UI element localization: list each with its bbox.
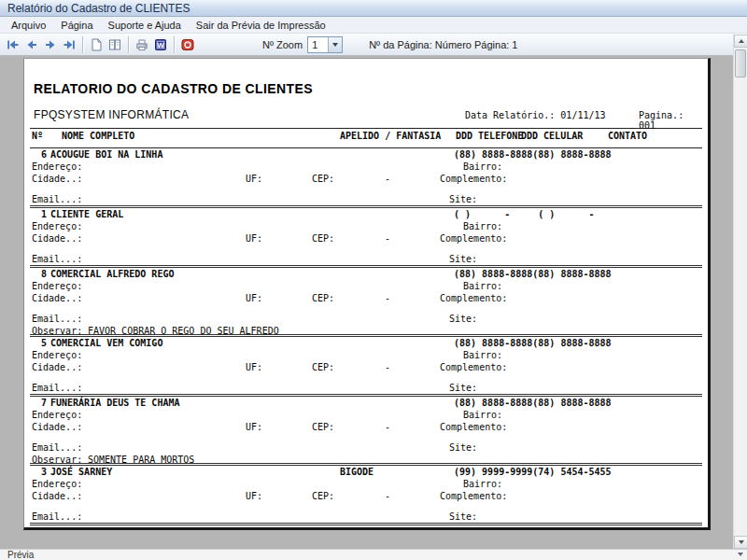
record-phone: (99) 9999-9999(99) 9999-9999: [454, 526, 612, 530]
record-address-row: Endereço: Bairro:: [30, 478, 702, 490]
single-page-icon: [89, 37, 104, 52]
zoom-dropdown-button[interactable]: [328, 37, 342, 52]
record-address-row: Endereço: Bairro:: [30, 409, 702, 421]
cidade-label: Cidade..:: [32, 362, 82, 372]
endereco-label: Endereço:: [32, 350, 82, 360]
triangle-up-icon: [739, 39, 744, 43]
last-page-icon: [62, 37, 77, 52]
email-label: Email...:: [32, 511, 82, 522]
email-label: Email...:: [32, 442, 82, 453]
zoom-dropdown[interactable]: 1: [307, 36, 343, 53]
first-page-button[interactable]: [4, 35, 22, 54]
report-content: RELATORIO DO CADASTRO DE CLIENTES FPQSYS…: [24, 81, 708, 530]
endereco-label: Endereço:: [32, 410, 82, 420]
client-record: 1 CLIENTE GERAL ( ) - ( ) - Endereço: Ba…: [30, 208, 702, 268]
site-label: Site:: [449, 442, 477, 453]
word-icon: W: [153, 37, 168, 52]
menu-bar: Arquivo Página Suporte e Ajuda Sair da P…: [0, 17, 747, 34]
complemento-label: Complemento:: [440, 491, 507, 501]
site-label: Site:: [449, 383, 477, 393]
complemento-label: Complemento:: [440, 422, 507, 432]
two-page-icon: [107, 37, 122, 52]
endereco-label: Endereço:: [32, 221, 82, 231]
record-city-row: Cidade..: UF: CEP: - Complemento:: [30, 361, 702, 373]
client-record: 6 ACOUGUE BOI NA LINHA (88) 8888-8888(88…: [30, 148, 702, 208]
record-name-row: 3 JOSÉ SARNEY BIGODE (99) 9999-9999(74) …: [30, 466, 702, 478]
report-date: Data Relatório.: 01/11/13: [465, 110, 606, 120]
zoom-value: 1: [308, 39, 328, 50]
cep-label: CEP:: [312, 174, 334, 184]
column-header: Nº: [32, 131, 43, 141]
previous-page-icon: [24, 37, 39, 52]
cep-dash: -: [385, 293, 390, 303]
record-email-row: Email...: Site:: [30, 382, 702, 394]
record-name-row: 10 NOME PARA TESTE SEU APELIDO (99) 9999…: [30, 525, 702, 530]
uf-label: UF:: [246, 362, 262, 372]
export-word-button[interactable]: W: [151, 35, 170, 54]
endereco-label: Endereço:: [32, 161, 82, 172]
site-label: Site:: [449, 194, 477, 204]
status-label: Prévia: [7, 550, 34, 560]
email-label: Email...:: [32, 194, 82, 204]
menu-item[interactable]: Sair da Prévia de Impressão: [189, 18, 333, 33]
vertical-scrollbar[interactable]: [733, 35, 747, 549]
print-button[interactable]: [133, 35, 151, 54]
endereco-label: Endereço:: [32, 281, 82, 291]
record-spacer: [30, 502, 702, 511]
cep-dash: -: [385, 422, 390, 432]
cep-dash: -: [385, 362, 390, 372]
record-name: FUNERÁRIA DEUS TE CHAMA: [50, 398, 179, 408]
menu-item[interactable]: Página: [53, 18, 100, 33]
record-number: 1: [30, 209, 47, 219]
menu-item[interactable]: Suporte e Ajuda: [101, 18, 189, 33]
record-number: 3: [30, 467, 47, 477]
endereco-label: Endereço:: [32, 479, 82, 489]
record-name: COMERCIAL VEM COMIGO: [50, 338, 162, 348]
two-page-view-button[interactable]: [106, 35, 124, 54]
menu-item[interactable]: Arquivo: [4, 18, 53, 33]
record-name: NOME PARA TESTE: [50, 526, 134, 530]
complemento-label: Complemento:: [440, 293, 507, 303]
scrollbar-thumb[interactable]: [735, 49, 746, 77]
report-subheader: FPQSYSTEM INFORMÁTICA Data Relatório.: 0…: [30, 107, 702, 122]
record-name-row: 5 COMERCIAL VEM COMIGO (88) 8888-8888(88…: [30, 337, 702, 349]
cep-dash: -: [385, 233, 390, 244]
report-column-header: NºNOME COMPLETOAPELIDO / FANTASIADDD TEL…: [30, 129, 702, 142]
scroll-down-button[interactable]: [734, 536, 747, 549]
record-city-row: Cidade..: UF: CEP: - Complemento:: [30, 292, 702, 304]
record-email-row: Email...: Site:: [30, 253, 702, 265]
next-page-button[interactable]: [41, 35, 60, 54]
record-number: 6: [30, 149, 47, 160]
bairro-label: Bairro:: [463, 410, 502, 420]
last-page-button[interactable]: [60, 35, 78, 54]
record-name-row: 6 ACOUGUE BOI NA LINHA (88) 8888-8888(88…: [30, 148, 702, 161]
uf-label: UF:: [246, 422, 262, 432]
cidade-label: Cidade..:: [32, 422, 82, 432]
record-name-row: 7 FUNERÁRIA DEUS TE CHAMA (88) 8888-8888…: [30, 397, 702, 409]
record-number: 5: [30, 338, 47, 348]
bairro-label: Bairro:: [463, 221, 502, 231]
observar-label: Observar:: [32, 455, 82, 465]
email-label: Email...:: [32, 314, 82, 324]
previous-page-button[interactable]: [22, 35, 41, 54]
toolbar-separator: [174, 36, 175, 53]
status-dropdown-icon[interactable]: [738, 553, 743, 556]
cidade-label: Cidade..:: [32, 233, 82, 244]
complemento-label: Complemento:: [440, 362, 507, 372]
single-page-view-button[interactable]: [87, 35, 106, 54]
record-spacer: [30, 373, 702, 382]
report-page: RELATORIO DO CADASTRO DE CLIENTES FPQSYS…: [23, 58, 711, 530]
record-address-row: Endereço: Bairro:: [30, 220, 702, 232]
column-header: NOME COMPLETO: [62, 131, 134, 141]
bairro-label: Bairro:: [463, 350, 502, 360]
report-page-number: Pagina.: 001: [639, 110, 702, 131]
bairro-label: Bairro:: [463, 161, 502, 172]
window-title: Relatório do Cadastro de CLIENTES: [7, 2, 190, 15]
scroll-up-button[interactable]: [734, 35, 747, 48]
record-city-row: Cidade..: UF: CEP: - Complemento:: [30, 173, 702, 185]
client-record: 10 NOME PARA TESTE SEU APELIDO (99) 9999…: [30, 525, 702, 530]
observar-value: SOMENTE PARA MORTOS: [88, 455, 194, 465]
record-phone: (88) 8888-8888(88) 8888-8888: [454, 269, 612, 279]
close-preview-button[interactable]: [178, 35, 197, 54]
client-record: 8 COMERCIAL ALFREDO REGO (88) 8888-8888(…: [30, 268, 702, 337]
